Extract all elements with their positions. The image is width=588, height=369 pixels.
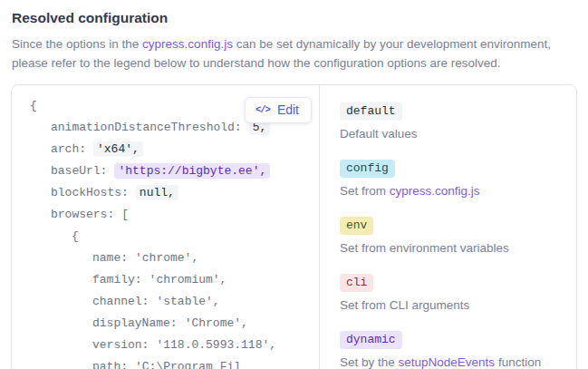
code-key: displayName: [92, 316, 178, 330]
code-value: 'chromium', [149, 273, 227, 286]
edit-button-label: Edit [277, 102, 299, 117]
code-value: 'https://bigbyte.ee', [114, 163, 270, 179]
legend-panel: default Default values config Set from c… [320, 85, 576, 369]
code-line: version:'118.0.5993.118', [30, 335, 319, 356]
code-line: arch:'x64', [30, 139, 319, 160]
code-key: version: [92, 338, 149, 352]
legend-item: dynamic Set by the setupNodeEvents funct… [340, 330, 576, 369]
legend-item: cli Set from CLI arguments [340, 273, 576, 314]
code-value: 'x64', [93, 141, 143, 157]
code-value: 'C:\Program Fil [135, 360, 241, 369]
legend-desc-before: Set from CLI arguments [340, 298, 469, 312]
config-code-panel: {animationDistanceThreshold:5,arch:'x64'… [12, 85, 320, 369]
legend-badge-env: env [340, 217, 373, 235]
legend-description: Default values [340, 125, 576, 142]
page-title: Resolved configuration [12, 10, 577, 26]
code-line: browsers:[ [30, 204, 319, 226]
code-value: null, [136, 185, 178, 200]
legend-desc-link[interactable]: setupNodeEvents [399, 355, 496, 369]
config-code-lines: {animationDistanceThreshold:5,arch:'x64'… [30, 95, 319, 369]
legend-desc-after: function [495, 355, 541, 369]
code-value: [ [121, 208, 129, 221]
code-key: browsers: [51, 208, 114, 221]
legend-badge-cli: cli [340, 274, 373, 292]
legend-description: Set by the setupNodeEvents function [340, 354, 576, 369]
code-line: name:'chrome', [30, 248, 319, 269]
legend-desc-before: Default values [340, 127, 418, 141]
code-value: 'chrome', [135, 251, 198, 265]
code-value: { [30, 99, 37, 112]
legend-description: Set from cypress.config.js [340, 182, 576, 199]
legend-desc-link[interactable]: cypress.config.js [390, 184, 480, 198]
resolved-configuration-page: Resolved configuration Since the options… [0, 0, 588, 369]
code-key: arch: [51, 142, 86, 156]
legend-badge-default: default [340, 102, 402, 121]
code-key: baseUrl: [51, 164, 107, 178]
code-key: blockHosts: [51, 186, 129, 199]
code-value: 'stable', [156, 295, 219, 308]
legend-desc-before: Set by the [340, 355, 399, 369]
code-line: displayName:'Chrome', [30, 313, 319, 335]
legend-desc-before: Set from environment variables [340, 241, 509, 255]
code-value: '118.0.5993.118', [156, 338, 276, 352]
code-line: { [30, 226, 319, 248]
code-value: { [72, 229, 79, 243]
code-line: channel:'stable', [30, 291, 319, 313]
code-line: family:'chromium', [30, 269, 319, 291]
code-line: blockHosts:null, [30, 182, 319, 204]
intro-text: Since the options in the cypress.config.… [12, 35, 588, 73]
code-line: path:'C:\Program Fil [30, 356, 319, 369]
legend-list: default Default values config Set from c… [340, 102, 576, 369]
code-key: animationDistanceThreshold: [51, 121, 242, 134]
legend-item: config Set from cypress.config.js [340, 159, 576, 199]
code-key: path: [92, 360, 128, 369]
resolved-config-panel: {animationDistanceThreshold:5,arch:'x64'… [11, 84, 577, 369]
code-icon: </> [255, 104, 270, 115]
legend-badge-dynamic: dynamic [340, 331, 402, 349]
legend-badge-config: config [340, 160, 395, 178]
code-value: 'Chrome', [185, 316, 248, 330]
code-key: name: [92, 251, 128, 265]
code-line: baseUrl:'https://bigbyte.ee', [30, 160, 319, 182]
edit-button[interactable]: </> Edit [245, 97, 312, 123]
intro-text-before: Since the options in the [12, 37, 142, 51]
legend-item: env Set from environment variables [340, 216, 576, 257]
cypress-config-link[interactable]: cypress.config.js [142, 37, 233, 51]
legend-description: Set from environment variables [340, 239, 576, 257]
legend-item: default Default values [340, 102, 576, 142]
code-key: channel: [92, 295, 149, 308]
legend-description: Set from CLI arguments [340, 296, 576, 314]
legend-desc-before: Set from [340, 184, 390, 198]
code-key: family: [92, 273, 142, 286]
